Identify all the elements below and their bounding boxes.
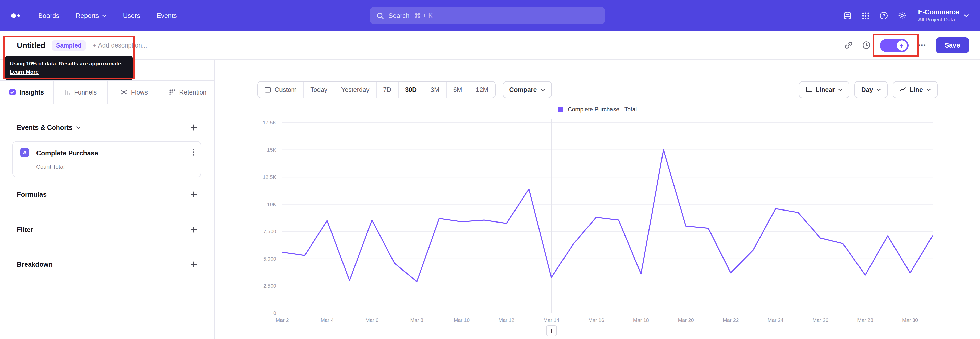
svg-text:Mar 10: Mar 10 [454, 317, 469, 323]
more-options-button[interactable]: ⋯ [918, 40, 927, 51]
settings-gear-icon[interactable] [898, 11, 907, 20]
copy-link-icon[interactable] [844, 41, 853, 50]
tab-flows-label: Flows [131, 89, 148, 96]
project-scope: All Project Data [918, 17, 959, 23]
svg-text:7,500: 7,500 [263, 229, 276, 234]
tab-retention-label: Retention [179, 89, 207, 96]
event-metric-selector[interactable]: Count Total [36, 163, 65, 170]
svg-text:Mar 24: Mar 24 [768, 317, 783, 323]
nav-boards[interactable]: Boards [38, 12, 59, 19]
svg-text:Mar 30: Mar 30 [902, 317, 918, 323]
project-name: E-Commerce [918, 8, 959, 17]
history-clock-icon[interactable] [862, 41, 870, 50]
top-nav: Boards Reports Users Events Search ⌘ + K… [0, 0, 980, 31]
sampled-badge[interactable]: Sampled [52, 40, 86, 50]
breakdown-label: Breakdown [17, 261, 52, 268]
insights-icon [9, 89, 16, 96]
nav-reports[interactable]: Reports [76, 12, 107, 19]
svg-text:0: 0 [273, 310, 276, 316]
tab-funnels[interactable]: Funnels [54, 81, 108, 104]
chevron-down-icon [964, 14, 969, 18]
line-chart[interactable]: 17.5K15K12.5K10K7,5005,0002,5000Mar 2Mar… [215, 60, 980, 339]
filter-section: Filter [17, 226, 197, 233]
save-button[interactable]: Save [936, 37, 969, 53]
page-indicator[interactable]: 1 [546, 325, 557, 336]
nav-reports-label: Reports [76, 12, 99, 19]
events-cohorts-label: Events & Cohorts [17, 124, 73, 131]
svg-text:Mar 28: Mar 28 [857, 317, 873, 323]
tab-insights-label: Insights [19, 89, 44, 96]
sampling-tooltip-message: Using 10% of data. Results are approxima… [10, 60, 123, 66]
event-options-button[interactable] [192, 149, 194, 156]
formulas-section: Formulas [17, 190, 197, 198]
add-filter-button[interactable] [190, 226, 197, 233]
svg-text:Mar 2: Mar 2 [275, 317, 289, 323]
top-nav-right: ? E-Commerce All Project Data [843, 8, 969, 23]
apps-grid-icon[interactable] [862, 11, 870, 20]
nav-events-label: Events [156, 12, 177, 19]
event-card[interactable]: A Complete Purchase Count Total [12, 141, 201, 177]
mixpanel-logo[interactable] [11, 13, 20, 18]
tab-flows[interactable]: Flows [107, 81, 161, 104]
mixpanel-insights-app: Boards Reports Users Events Search ⌘ + K… [0, 0, 980, 339]
add-formula-button[interactable] [190, 191, 197, 198]
nav-users[interactable]: Users [123, 12, 140, 19]
search-placeholder: Search [388, 12, 409, 19]
add-description[interactable]: + Add description... [93, 42, 147, 49]
sampling-toggle-knob [897, 40, 907, 50]
svg-text:?: ? [883, 13, 885, 18]
plus-icon [190, 261, 197, 268]
svg-text:Mar 16: Mar 16 [588, 317, 604, 323]
report-title[interactable]: Untitled [17, 41, 45, 50]
filter-label: Filter [17, 226, 33, 233]
tab-insights[interactable]: Insights [0, 81, 54, 104]
svg-text:17.5K: 17.5K [263, 120, 277, 125]
lightning-bolt-icon [899, 42, 904, 48]
chevron-down-icon [102, 14, 107, 17]
data-management-icon[interactable] [843, 11, 852, 20]
add-breakdown-button[interactable] [190, 261, 197, 268]
funnels-icon [64, 89, 70, 96]
report-header-actions: ⋯ Save [844, 37, 969, 53]
svg-text:2,500: 2,500 [263, 283, 276, 289]
svg-text:Mar 8: Mar 8 [410, 317, 423, 323]
tab-funnels-label: Funnels [74, 89, 97, 96]
nav-boards-label: Boards [38, 12, 59, 19]
event-name[interactable]: Complete Purchase [36, 149, 98, 157]
plus-icon [190, 124, 197, 131]
flows-icon [121, 89, 127, 96]
tab-retention[interactable]: Retention [161, 81, 215, 104]
primary-nav: Boards Reports Users Events [38, 12, 177, 19]
add-event-button[interactable] [190, 124, 197, 131]
svg-text:Mar 20: Mar 20 [678, 317, 694, 323]
logo-dot-small [18, 14, 20, 17]
svg-text:Mar 26: Mar 26 [813, 317, 829, 323]
events-cohorts-toggle[interactable]: Events & Cohorts [17, 124, 81, 131]
search-shortcut: ⌘ + K [414, 12, 433, 19]
svg-text:Mar 18: Mar 18 [633, 317, 649, 323]
nav-events[interactable]: Events [156, 12, 177, 19]
sampling-toggle[interactable] [880, 38, 908, 52]
retention-icon [169, 89, 176, 96]
events-cohorts-header: Events & Cohorts [17, 124, 197, 131]
formulas-label: Formulas [17, 190, 47, 198]
breakdown-section: Breakdown [17, 261, 197, 268]
plus-icon [190, 191, 197, 198]
help-icon[interactable]: ? [880, 11, 888, 20]
search-input[interactable]: Search ⌘ + K [370, 7, 605, 24]
chevron-down-icon [76, 126, 81, 129]
search-icon [377, 12, 384, 19]
svg-text:5,000: 5,000 [263, 256, 276, 262]
plus-icon [190, 226, 197, 233]
chart-panel: Custom Today Yesterday 7D 30D 3M 6M 12M … [215, 60, 980, 339]
sampling-tooltip: Using 10% of data. Results are approxima… [5, 56, 133, 80]
project-switcher[interactable]: E-Commerce All Project Data [918, 8, 969, 23]
svg-text:Mar 6: Mar 6 [366, 317, 379, 323]
query-builder-sidebar: Insights Funnels Flows Retention Events … [0, 60, 215, 339]
logo-dot-large [11, 13, 16, 18]
nav-users-label: Users [123, 12, 140, 19]
svg-text:Mar 14: Mar 14 [543, 317, 559, 323]
event-series-badge: A [21, 148, 29, 157]
learn-more-link[interactable]: Learn More [10, 69, 38, 75]
svg-text:15K: 15K [267, 147, 276, 153]
